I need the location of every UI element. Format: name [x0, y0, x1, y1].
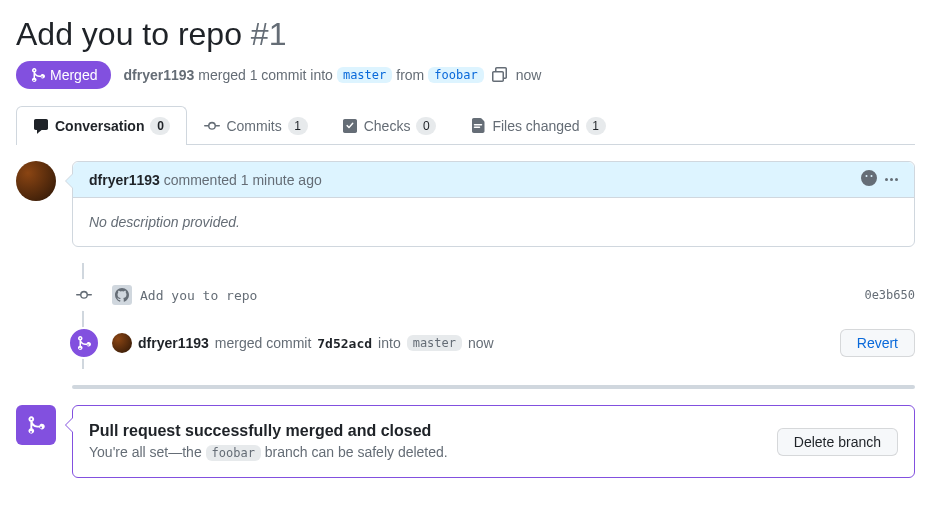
commit-author-avatar-placeholder[interactable] — [112, 285, 132, 305]
comment-author[interactable]: dfryer1193 — [89, 172, 160, 188]
pr-time: now — [516, 67, 542, 83]
pr-author-link[interactable]: dfryer1193 — [123, 67, 194, 83]
pr-status-row: Merged dfryer1193 merged 1 commit into m… — [16, 61, 915, 89]
commit-message[interactable]: Add you to repo — [140, 288, 257, 303]
pr-number: #1 — [251, 16, 287, 52]
tab-checks-count: 0 — [416, 117, 436, 135]
merged-verb: merged 1 commit into — [198, 67, 333, 83]
delete-branch-button[interactable]: Delete branch — [777, 428, 898, 456]
tab-commits[interactable]: Commits 1 — [187, 106, 324, 145]
closed-subtitle-suffix: branch can be safely deleted. — [265, 444, 448, 460]
timeline-end-divider — [72, 385, 915, 389]
revert-button[interactable]: Revert — [840, 329, 915, 357]
comment-header: dfryer1193 commented 1 minute ago — [73, 162, 914, 198]
closed-merge-badge — [16, 405, 56, 445]
merge-target-branch[interactable]: master — [407, 335, 462, 351]
merged-closed-box: Pull request successfully merged and clo… — [72, 405, 915, 478]
pr-state-label: Merged — [50, 67, 97, 83]
comment-time[interactable]: 1 minute ago — [241, 172, 322, 188]
comment-box: dfryer1193 commented 1 minute ago No des… — [72, 161, 915, 247]
tab-commits-count: 1 — [288, 117, 308, 135]
git-merge-icon — [30, 67, 46, 83]
pr-title: Add you to repo — [16, 16, 242, 52]
pr-state-badge: Merged — [16, 61, 111, 89]
tab-checks-label: Checks — [364, 118, 411, 134]
from-word: from — [396, 67, 424, 83]
comment-verb: commented — [164, 172, 237, 188]
head-branch-chip[interactable]: foobar — [428, 67, 483, 83]
base-branch-chip[interactable]: master — [337, 67, 392, 83]
timeline-commit-item: Add you to repo 0e3b650 — [82, 273, 915, 317]
merge-sha[interactable]: 7d52acd — [317, 336, 372, 351]
add-reaction-icon[interactable] — [861, 170, 877, 189]
closed-branch-chip: foobar — [206, 445, 261, 461]
merge-author-avatar[interactable] — [112, 333, 132, 353]
merge-author[interactable]: dfryer1193 — [138, 335, 209, 351]
tab-conversation-count: 0 — [150, 117, 170, 135]
closed-subtitle: You're all set—the foobar branch can be … — [89, 444, 448, 461]
tab-commits-label: Commits — [226, 118, 281, 134]
closed-title: Pull request successfully merged and clo… — [89, 422, 448, 440]
timeline-merge-item: dfryer1193 merged commit 7d52acd into ma… — [82, 317, 915, 369]
copy-branch-icon[interactable] — [488, 66, 512, 85]
comment-body: No description provided. — [73, 198, 914, 246]
pr-title-row: Add you to repo #1 — [16, 16, 286, 53]
merge-time: now — [468, 335, 494, 351]
tab-checks[interactable]: Checks 0 — [325, 106, 454, 145]
commit-sha[interactable]: 0e3b650 — [864, 288, 915, 302]
comment-menu-icon[interactable] — [885, 178, 898, 181]
merge-verb: merged commit — [215, 335, 311, 351]
pr-header: Add you to repo #1 — [16, 16, 915, 53]
closed-subtitle-prefix: You're all set—the — [89, 444, 202, 460]
merge-into-word: into — [378, 335, 401, 351]
merge-timeline-icon — [68, 327, 100, 359]
author-avatar[interactable] — [16, 161, 56, 201]
pr-tabs: Conversation 0 Commits 1 Checks 0 Files … — [16, 105, 915, 145]
tab-conversation-label: Conversation — [55, 118, 144, 134]
tab-files[interactable]: Files changed 1 — [453, 106, 622, 145]
tab-files-label: Files changed — [492, 118, 579, 134]
tab-files-count: 1 — [586, 117, 606, 135]
commit-timeline-icon — [68, 279, 100, 311]
tab-conversation[interactable]: Conversation 0 — [16, 106, 187, 145]
